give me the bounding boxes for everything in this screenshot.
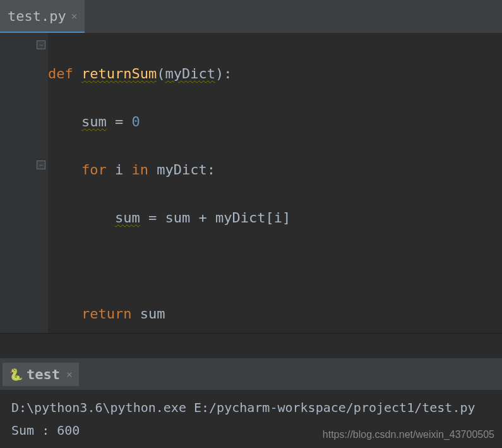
keyword-for: for [81, 162, 107, 178]
tab-filename: test.py [8, 8, 66, 24]
code-content[interactable]: def returnSum(myDict): sum = 0 for i in … [48, 33, 502, 333]
console-tab-test[interactable]: 🐍 test × [3, 363, 79, 386]
parameter: myDict [165, 66, 215, 82]
close-icon[interactable]: × [66, 368, 73, 380]
fold-marker-icon[interactable]: − [37, 160, 45, 169]
editor-gutter: − − [0, 33, 48, 333]
keyword-in: in [131, 162, 148, 178]
editor-tab-test-py[interactable]: test.py × [0, 0, 85, 33]
keyword-def: def [48, 66, 73, 82]
keyword-return: return [81, 306, 131, 322]
console-tab-label: test [27, 366, 60, 382]
editor-tab-bar: test.py × [0, 0, 502, 33]
close-icon[interactable]: × [71, 10, 78, 22]
function-name: returnSum [81, 66, 157, 82]
python-icon: 🐍 [9, 368, 23, 381]
fold-marker-icon[interactable]: − [37, 40, 45, 49]
number-literal: 0 [131, 114, 140, 130]
code-editor[interactable]: − − def returnSum(myDict): sum = 0 for i… [0, 33, 502, 333]
watermark-text: https://blog.csdn.net/weixin_43700505 [323, 429, 494, 440]
console-line: D:\python3.6\python.exe E:/pycharm-works… [11, 396, 491, 419]
variable-sum: sum [81, 114, 107, 130]
